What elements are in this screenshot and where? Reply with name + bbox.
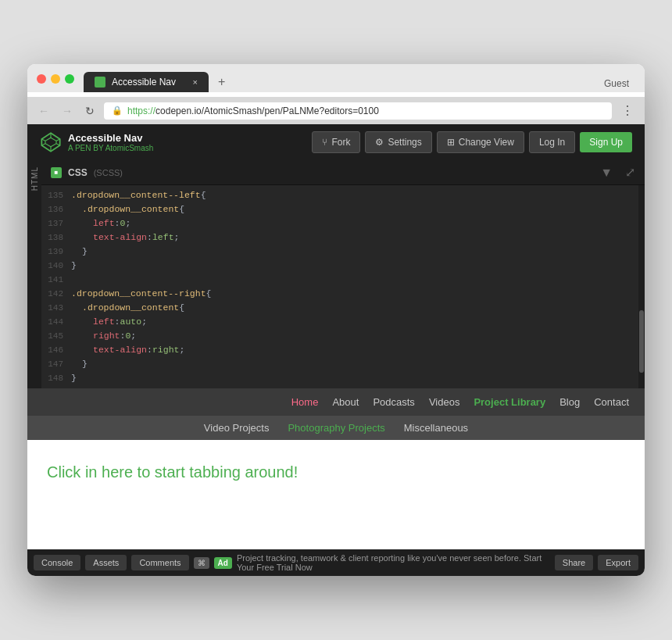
css-panel-header: ■ CSS (SCSS) ▼ ⤢: [41, 160, 645, 185]
settings-button[interactable]: ⚙ Settings: [365, 131, 431, 153]
share-button[interactable]: Share: [555, 555, 593, 570]
css-editor-panel: ■ CSS (SCSS) ▼ ⤢ 135 .dropdown__content-…: [41, 160, 645, 388]
close-button[interactable]: [37, 74, 46, 84]
nav-item-home[interactable]: Home: [291, 396, 319, 408]
pen-info: Accessible Nav A PEN BY AtomicSmash: [68, 132, 153, 152]
panel-lang: CSS: [68, 167, 88, 178]
browser-chrome: Accessible Nav × + Guest: [27, 64, 645, 92]
pen-author: A PEN BY AtomicSmash: [68, 144, 153, 152]
panel-expand-icon[interactable]: ⤢: [625, 165, 635, 180]
code-line: 148 }: [41, 371, 638, 385]
editor-area: HTML ■ CSS (SCSS) ▼ ⤢ 135 .dropdown__con…: [27, 160, 645, 388]
editor-wrapper: 135 .dropdown__content--left { 136 .drop…: [41, 185, 645, 388]
code-line: 146 text-align: right;: [41, 343, 638, 357]
signup-button[interactable]: Sign Up: [580, 132, 632, 152]
author-prefix: A PEN BY: [68, 144, 103, 152]
code-line: 140 }: [41, 259, 638, 273]
address-text: https://codepen.io/AtomicSmash/pen/PaLNM…: [127, 105, 379, 116]
nav-item-about[interactable]: About: [332, 396, 359, 408]
preview-sub-nav: Video Projects Photography Projects Misc…: [27, 416, 645, 440]
back-button[interactable]: ←: [35, 103, 52, 119]
code-line: 136 .dropdown__content {: [41, 202, 638, 216]
nav-item-contact[interactable]: Contact: [594, 396, 629, 408]
toggle-icon: ■: [55, 169, 59, 176]
comments-button[interactable]: Comments: [131, 555, 188, 570]
panel-chevron-icon[interactable]: ▼: [600, 166, 613, 180]
code-line: 141: [41, 273, 638, 287]
view-icon: ⊞: [447, 137, 455, 148]
code-line: 147 }: [41, 357, 638, 371]
ad-text: Project tracking, teamwork & client repo…: [237, 553, 550, 572]
ad-badge: Ad: [214, 557, 232, 569]
active-tab[interactable]: Accessible Nav ×: [84, 72, 209, 92]
code-content[interactable]: 135 .dropdown__content--left { 136 .drop…: [41, 185, 638, 388]
codepen-header: Accessible Nav A PEN BY AtomicSmash ⑂ Fo…: [27, 124, 645, 160]
code-line: 139 }: [41, 245, 638, 259]
forward-button[interactable]: →: [59, 103, 76, 119]
browser-menu-button[interactable]: ⋮: [618, 102, 637, 120]
nav-item-project-library[interactable]: Project Library: [474, 396, 545, 408]
tab-close-button[interactable]: ×: [193, 77, 198, 87]
tabs-bar: Accessible Nav × + Guest: [84, 72, 635, 92]
assets-button[interactable]: Assets: [85, 555, 127, 570]
preview-cta-text: Click in here to start tabbing around!: [47, 463, 625, 481]
new-tab-button[interactable]: +: [212, 72, 231, 92]
svg-marker-1: [45, 138, 56, 147]
code-line: 143 .dropdown__content {: [41, 301, 638, 315]
code-line: 144 left: auto;: [41, 315, 638, 329]
preview-content[interactable]: Click in here to start tabbing around!: [27, 440, 645, 549]
change-view-label: Change View: [459, 137, 514, 148]
scrollbar-thumb[interactable]: [639, 310, 644, 373]
url-text: codepen.io/AtomicSmash/pen/PaLNMe?editor…: [155, 105, 379, 116]
bottom-bar: Console Assets Comments ⌘ Ad Project tra…: [27, 549, 645, 576]
login-button[interactable]: Log In: [529, 131, 575, 153]
nav-item-videos[interactable]: Videos: [429, 396, 460, 408]
panel-toggle[interactable]: ■: [51, 167, 62, 178]
pen-title: Accessible Nav: [68, 132, 153, 144]
subnav-item-photography[interactable]: Photography Projects: [288, 422, 384, 434]
author-name: AtomicSmash: [105, 144, 154, 152]
code-line: 135 .dropdown__content--left {: [41, 188, 638, 202]
maximize-button[interactable]: [65, 74, 74, 84]
code-line: 145 right: 0;: [41, 329, 638, 343]
codepen-icon: [40, 131, 62, 153]
codepen-logo: Accessible Nav A PEN BY AtomicSmash: [40, 131, 153, 153]
gear-icon: ⚙: [375, 137, 384, 148]
address-field[interactable]: 🔒 https://codepen.io/AtomicSmash/pen/PaL…: [104, 102, 612, 120]
fork-button[interactable]: ⑂ Fork: [312, 131, 360, 153]
code-line: 138 text-align: left;: [41, 231, 638, 245]
settings-label: Settings: [388, 137, 421, 148]
tab-favicon: [95, 77, 105, 88]
signup-label: Sign Up: [589, 137, 623, 148]
address-bar: ← → ↻ 🔒 https://codepen.io/AtomicSmash/p…: [27, 97, 645, 124]
guest-label: Guest: [598, 75, 635, 92]
editor-tab-bar: HTML: [27, 160, 41, 388]
scrollbar-track[interactable]: [638, 185, 645, 388]
traffic-lights: [37, 74, 74, 84]
export-button[interactable]: Export: [598, 555, 638, 570]
codepen-actions: ⑂ Fork ⚙ Settings ⊞ Change View Log In S…: [312, 131, 632, 153]
tab-title: Accessible Nav: [112, 77, 176, 88]
secure-icon: 🔒: [112, 105, 123, 116]
panel-lang-sub: (SCSS): [94, 168, 123, 177]
browser-window: Accessible Nav × + Guest ← → ↻ 🔒 https:/…: [27, 64, 645, 576]
html-tab-label[interactable]: HTML: [30, 166, 39, 191]
cmd-badge: ⌘: [194, 557, 209, 569]
minimize-button[interactable]: [51, 74, 60, 84]
reload-button[interactable]: ↻: [82, 103, 98, 119]
change-view-button[interactable]: ⊞ Change View: [437, 131, 524, 153]
nav-item-podcasts[interactable]: Podcasts: [373, 396, 414, 408]
login-label: Log In: [539, 137, 565, 148]
fork-icon: ⑂: [322, 137, 327, 148]
fork-label: Fork: [331, 137, 350, 148]
subnav-item-video[interactable]: Video Projects: [204, 422, 270, 434]
nav-item-blog[interactable]: Blog: [559, 396, 580, 408]
subnav-item-misc[interactable]: Miscellaneous: [404, 422, 468, 434]
code-line: 142 .dropdown__content--right {: [41, 287, 638, 301]
preview-nav: Home About Podcasts Videos Project Libra…: [27, 388, 645, 416]
code-line: 137 left: 0;: [41, 216, 638, 231]
console-button[interactable]: Console: [34, 555, 80, 570]
